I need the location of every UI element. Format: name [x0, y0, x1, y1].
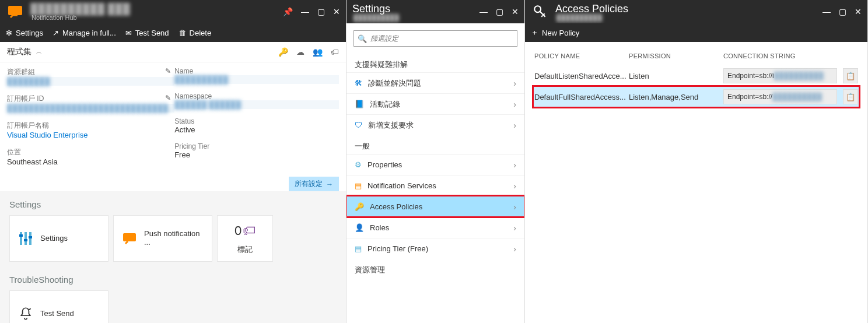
support-icon: 🛡 — [355, 121, 362, 129]
maximize-icon[interactable]: ▢ — [317, 7, 325, 16]
svg-rect-6 — [29, 236, 32, 238]
key-icon[interactable]: 🔑 — [278, 47, 288, 57]
close-icon[interactable]: ✕ — [855, 7, 862, 16]
svg-rect-4 — [19, 234, 23, 237]
chevron-right-icon: › — [513, 100, 516, 109]
settings-item-access-policies[interactable]: 🔑Access Policies› — [346, 196, 524, 217]
chevron-right-icon: › — [513, 121, 516, 130]
prop-pricing-tier: Pricing Tier Free — [174, 142, 339, 159]
sliders-icon: ⚙ — [355, 160, 362, 169]
panel1-header: ██████████ ███ Notification Hub 📌 — ▢ ✕ … — [0, 0, 346, 42]
toolbar-testsend[interactable]: ✉Test Send — [125, 29, 169, 37]
panel-settings: Settings ██████████ — ▢ ✕ 🔍 支援與疑難排解 🛠診斷並… — [346, 0, 525, 323]
tile-test-send[interactable]: Test Send — [9, 290, 108, 323]
copy-button[interactable]: 📋 — [843, 89, 858, 104]
panel2-title: Settings — [352, 3, 399, 15]
panel1-subtitle: Notification Hub — [32, 14, 130, 21]
prop-name: Name ██████████ — [174, 67, 339, 84]
maximize-icon[interactable]: ▢ — [839, 7, 846, 16]
tile-tags[interactable]: 0🏷 標記 — [217, 215, 273, 262]
svg-rect-7 — [123, 233, 136, 241]
key-icon: 🔑 — [355, 202, 364, 211]
panel2-subtitle: ██████████ — [354, 14, 399, 21]
connection-string-field[interactable]: Endpoint=sb://i██████████ — [723, 68, 837, 83]
svg-rect-2 — [24, 232, 27, 245]
users-icon[interactable]: 👥 — [313, 47, 323, 57]
close-icon[interactable]: ✕ — [333, 7, 340, 16]
copy-icon: 📋 — [846, 93, 855, 101]
chevron-right-icon: › — [513, 160, 516, 170]
settings-item-properties[interactable]: ⚙Properties› — [346, 154, 524, 175]
properties-grid: ✎ 資源群組 ████████ ✎ 訂用帳戶 ID ██████████████… — [0, 62, 346, 171]
minimize-icon[interactable]: — — [480, 7, 488, 16]
copy-button[interactable]: 📋 — [843, 68, 858, 83]
toolbar-settings[interactable]: ✻Settings — [6, 29, 43, 37]
services-icon: ▤ — [355, 181, 362, 190]
pricing-icon: ▤ — [355, 244, 362, 253]
settings-group-resource-mgmt: 資源管理 — [346, 259, 524, 278]
settings-search[interactable]: 🔍 — [354, 30, 517, 47]
gear-icon: ✻ — [6, 29, 12, 37]
panel1-title: ██████████ ███ — [30, 3, 130, 15]
arrow-right-icon: → — [326, 180, 333, 188]
chevron-right-icon: › — [513, 79, 516, 88]
cloud-icon[interactable]: ☁ — [296, 47, 304, 57]
settings-item-pricing-tier[interactable]: ▤Pricing Tier (Free)› — [346, 238, 524, 259]
edit-icon[interactable]: ✎ — [165, 94, 171, 102]
connection-string-field[interactable]: Endpoint=sb://██████████ — [723, 89, 837, 104]
edit-icon[interactable]: ✎ — [165, 67, 171, 75]
settings-item-roles[interactable]: 👤Roles› — [346, 217, 524, 238]
prop-namespace: Namespace ██████ ██████ — [174, 92, 339, 109]
tag-icon[interactable]: 🏷 — [331, 47, 339, 57]
plus-icon: ＋ — [531, 27, 538, 38]
prop-subscription-id: ✎ 訂用帳戶 ID ██████████████████████████████… — [7, 94, 174, 113]
bell-icon — [18, 306, 33, 321]
settings-item-diagnose[interactable]: 🛠診斷並解決問題› — [346, 72, 524, 93]
tile-settings[interactable]: Settings — [9, 215, 108, 262]
settings-item-new-support[interactable]: 🛡新增支援要求› — [346, 114, 524, 135]
minimize-icon[interactable]: — — [822, 7, 831, 16]
svg-rect-1 — [20, 232, 22, 245]
settings-search-input[interactable] — [370, 34, 513, 43]
panel-access-policies: Access Policies ██████████ — ▢ ✕ ＋New Po… — [525, 0, 868, 323]
settings-item-notification-services[interactable]: ▤Notification Services› — [346, 175, 524, 196]
prop-status: Status Active — [174, 117, 339, 134]
prop-location: 位置 Southeast Asia — [7, 148, 174, 166]
settings-group-support: 支援與疑難排解 — [346, 54, 524, 72]
chevron-right-icon: › — [513, 181, 516, 191]
copy-icon: 📋 — [846, 72, 855, 80]
send-icon: ✉ — [125, 29, 132, 37]
prop-subscription-name: 訂用帳戶名稱 Visual Studio Enterprise — [7, 121, 174, 139]
key-icon — [531, 2, 550, 21]
panel3-title: Access Policies — [555, 3, 628, 15]
log-icon: 📘 — [355, 100, 364, 108]
svg-rect-5 — [24, 239, 27, 241]
push-icon — [122, 231, 137, 246]
new-policy-button[interactable]: ＋New Policy — [531, 27, 579, 38]
chevron-right-icon: › — [513, 244, 516, 254]
chevron-right-icon: › — [513, 202, 516, 212]
minimize-icon[interactable]: — — [301, 7, 309, 16]
roles-icon: 👤 — [355, 223, 364, 232]
tile-push-notification[interactable]: Push notification ... — [113, 215, 212, 262]
sliders-icon — [18, 231, 33, 246]
notification-hub-icon — [6, 2, 24, 21]
pin-icon[interactable]: 📌 — [283, 7, 293, 16]
trash-icon: 🗑 — [178, 29, 186, 37]
search-icon: 🔍 — [358, 34, 367, 43]
policy-row[interactable]: DefaultFullSharedAccess... Listen,Manage… — [533, 86, 859, 107]
close-icon[interactable]: ✕ — [512, 7, 519, 16]
maximize-icon[interactable]: ▢ — [496, 7, 503, 16]
essentials-header[interactable]: 程式集 ︿ 🔑 ☁ 👥 🏷 — [0, 42, 346, 62]
group-troubleshooting-title: TroubleShooting — [9, 275, 337, 285]
external-icon: ↗ — [52, 29, 59, 37]
toolbar-delete[interactable]: 🗑Delete — [178, 29, 212, 37]
panel3-subtitle: ██████████ — [556, 14, 628, 21]
toolbar-manage[interactable]: ↗Manage in full... — [52, 29, 116, 37]
settings-item-activity-log[interactable]: 📘活動記錄› — [346, 93, 524, 114]
policy-row[interactable]: DefaultListenSharedAcce... Listen Endpoi… — [533, 65, 859, 86]
wrench-icon: 🛠 — [355, 79, 362, 87]
all-settings-button[interactable]: 所有設定 → — [289, 177, 339, 191]
prop-resource-group: ✎ 資源群組 ████████ — [7, 67, 174, 86]
chevron-up-icon: ︿ — [36, 48, 42, 56]
